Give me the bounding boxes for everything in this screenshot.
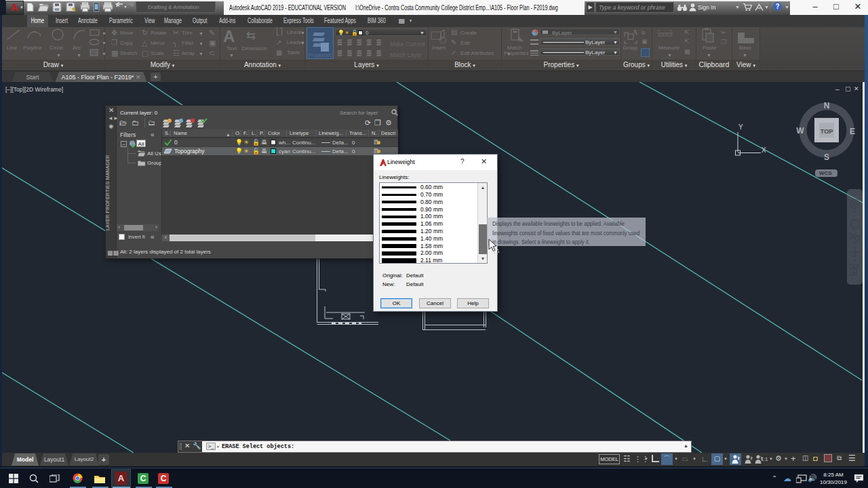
svg-text:W: W [796,126,804,136]
svg-text:TOP: TOP [821,128,833,135]
svg-text:Y: Y [738,123,743,131]
svg-text:E: E [850,127,855,136]
svg-text:N: N [824,101,830,110]
svg-text:WCS: WCS [819,170,832,176]
svg-text:S: S [824,152,829,162]
svg-text:X: X [762,146,766,154]
